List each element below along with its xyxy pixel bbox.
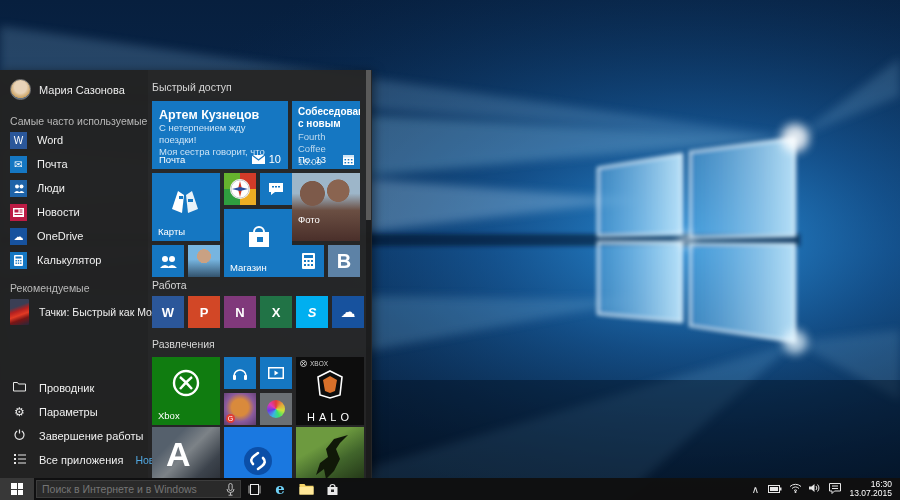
app-item-people[interactable]: Люди xyxy=(0,176,148,200)
calendar-date-label: По. 13 xyxy=(298,154,326,165)
taskbar: e ∧ 16:30 13.07.2015 xyxy=(0,478,900,500)
photos-tile-label: Фото xyxy=(298,214,320,225)
tile-maps[interactable]: Карты xyxy=(152,173,220,241)
tile-skype[interactable]: S xyxy=(296,296,328,328)
tile-photos[interactable]: Фото xyxy=(292,173,360,241)
movie-poster-thumbnail xyxy=(10,299,29,325)
system-tray: ∧ 16:30 13.07.2015 xyxy=(745,478,900,500)
sidebar-item-all-apps[interactable]: Все приложения Новое xyxy=(0,448,148,472)
tile-messaging[interactable] xyxy=(260,173,292,205)
tile-xbox[interactable]: Xbox xyxy=(152,357,220,425)
tile-color-sphere[interactable] xyxy=(260,393,292,425)
app-item-onedrive[interactable]: ☁ OneDrive xyxy=(0,224,148,248)
xbox-logo-icon xyxy=(172,369,200,397)
calculator-icon xyxy=(302,253,315,269)
group-entertainment: Развлечения xyxy=(152,338,215,350)
recommended-header: Рекомендуемые xyxy=(10,282,90,294)
onedrive-cloud-icon: ☁ xyxy=(10,228,27,245)
tile-calculator[interactable] xyxy=(292,245,324,277)
tile-game-cat[interactable]: G xyxy=(224,393,256,425)
tile-mail[interactable]: Артем Кузнецов С нетерпением жду поездки… xyxy=(152,101,288,169)
sidebar-item-power[interactable]: Завершение работы xyxy=(0,424,148,448)
word-icon: W xyxy=(10,132,27,149)
tile-halo[interactable]: XBOX HALO xyxy=(296,357,364,425)
game-badge-icon: G xyxy=(226,414,235,423)
microphone-icon[interactable] xyxy=(226,483,235,496)
taskbar-clock[interactable]: 16:30 13.07.2015 xyxy=(845,480,900,499)
tile-excel[interactable]: X xyxy=(260,296,292,328)
ninja-silhouette-icon xyxy=(304,433,356,478)
tile-shadow-fight[interactable] xyxy=(296,427,364,478)
tile-onedrive[interactable]: ☁ xyxy=(332,296,364,328)
recommended-item-cars[interactable]: Тачки: Быстрый как Молния xyxy=(0,296,148,328)
battery-icon[interactable] xyxy=(765,484,785,495)
xbox-tile-label: Xbox xyxy=(158,410,180,421)
sidebar-item-explorer[interactable]: Проводник xyxy=(0,376,148,400)
tile-word[interactable]: W xyxy=(152,296,184,328)
calculator-icon xyxy=(10,252,27,269)
explorer-folder-icon xyxy=(299,483,314,495)
tile-movies-tv[interactable] xyxy=(260,357,292,389)
store-bag-icon xyxy=(326,483,339,496)
all-apps-list-icon xyxy=(12,453,27,467)
compass-icon xyxy=(229,178,251,200)
system-list: Проводник ⚙ Параметры Завершение работы xyxy=(0,376,148,472)
most-used-list: W Word ✉ Почта Люди Новост xyxy=(0,128,148,272)
user-name: Мария Сазонова xyxy=(39,84,125,96)
app-item-mail[interactable]: ✉ Почта xyxy=(0,152,148,176)
most-used-header: Самые часто используемые xyxy=(10,115,147,127)
skype-letter: S xyxy=(308,305,317,320)
app-item-word[interactable]: W Word xyxy=(0,128,148,152)
tray-expand-chevron-icon[interactable]: ∧ xyxy=(745,484,765,495)
color-wheel-icon xyxy=(267,400,285,418)
maps-icon xyxy=(170,187,202,215)
tile-navigation[interactable] xyxy=(224,173,256,205)
excel-letter: X xyxy=(272,305,281,320)
search-input[interactable] xyxy=(42,483,221,495)
sidebar-item-settings[interactable]: ⚙ Параметры xyxy=(0,400,148,424)
b-app-letter: B xyxy=(337,250,351,273)
news-icon xyxy=(10,204,27,221)
tile-store[interactable]: Магазин xyxy=(224,209,292,277)
windows-logo-icon xyxy=(11,483,23,495)
wifi-icon[interactable] xyxy=(785,483,805,495)
user-account[interactable]: Мария Сазонова xyxy=(10,79,125,100)
headphones-icon xyxy=(232,366,248,380)
mail-unread-count: 10 xyxy=(269,153,281,165)
app-item-news[interactable]: Новости xyxy=(0,200,148,224)
store-button[interactable] xyxy=(319,478,345,500)
folder-icon xyxy=(12,381,27,395)
halo-tile-label: HALO xyxy=(296,411,364,423)
app-item-calculator[interactable]: Калькулятор xyxy=(0,248,148,272)
chat-bubble-icon xyxy=(268,182,284,196)
xbox-logo-icon xyxy=(300,360,307,367)
taskbar-search[interactable] xyxy=(36,480,241,498)
tile-contact-photo[interactable] xyxy=(188,245,220,277)
tile-groove-music[interactable] xyxy=(224,357,256,389)
onedrive-cloud-icon: ☁ xyxy=(341,303,356,321)
onenote-letter: N xyxy=(235,305,244,320)
maps-tile-label: Карты xyxy=(158,226,185,237)
people-icon xyxy=(10,180,27,197)
tile-amediateka[interactable]: A АМЕДИАТЕКА xyxy=(152,427,220,478)
tile-calendar[interactable]: Собеседование с новым Fourth Coffee 16:0… xyxy=(292,101,360,169)
gear-icon: ⚙ xyxy=(12,405,27,419)
tile-b-app[interactable]: B xyxy=(328,245,360,277)
scrollbar-thumb[interactable] xyxy=(366,70,371,220)
edge-browser-button[interactable]: e xyxy=(267,478,293,500)
task-view-button[interactable] xyxy=(241,478,267,500)
volume-icon[interactable] xyxy=(805,483,825,495)
tile-shazam[interactable] xyxy=(224,427,292,478)
start-menu-scrollbar[interactable] xyxy=(366,70,371,478)
clock-date: 13.07.2015 xyxy=(849,489,892,499)
tile-onenote[interactable]: N xyxy=(224,296,256,328)
tile-powerpoint[interactable]: P xyxy=(188,296,220,328)
start-menu: Мария Сазонова Самые часто используемые … xyxy=(0,70,372,478)
tile-people[interactable] xyxy=(152,245,184,277)
start-button[interactable] xyxy=(0,478,34,500)
action-center-icon[interactable] xyxy=(825,483,845,496)
task-view-icon xyxy=(248,484,261,495)
desktop: Мария Сазонова Самые часто используемые … xyxy=(0,0,900,500)
file-explorer-button[interactable] xyxy=(293,478,319,500)
store-bag-icon xyxy=(246,225,272,249)
